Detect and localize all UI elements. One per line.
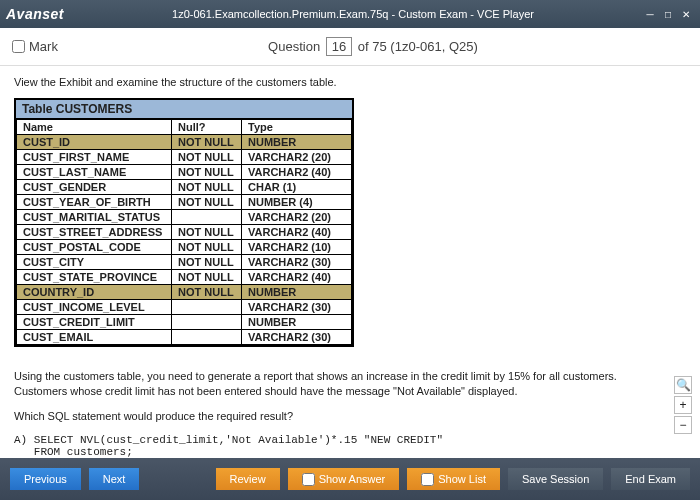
table-row: CUST_STREET_ADDRESSNOT NULLVARCHAR2 (40) [17, 225, 352, 240]
table-cell: VARCHAR2 (40) [242, 225, 352, 240]
table-cell: CUST_CREDIT_LIMIT [17, 315, 172, 330]
table-cell: NOT NULL [172, 285, 242, 300]
col-header-type: Type [242, 120, 352, 135]
review-button[interactable]: Review [216, 468, 280, 490]
table-row: CUST_POSTAL_CODENOT NULLVARCHAR2 (10) [17, 240, 352, 255]
table-row: CUST_YEAR_OF_BIRTHNOT NULLNUMBER (4) [17, 195, 352, 210]
table-row: CUST_CITYNOT NULLVARCHAR2 (30) [17, 255, 352, 270]
table-cell: VARCHAR2 (30) [242, 300, 352, 315]
mark-label: Mark [29, 39, 58, 54]
table-cell: CUST_LAST_NAME [17, 165, 172, 180]
table-row: CUST_STATE_PROVINCENOT NULLVARCHAR2 (40) [17, 270, 352, 285]
window-controls: ─ □ ✕ [642, 7, 694, 21]
table-row: CUST_GENDERNOT NULLCHAR (1) [17, 180, 352, 195]
question-number-box: 16 [326, 37, 352, 56]
table-cell: VARCHAR2 (20) [242, 210, 352, 225]
table-row: CUST_IDNOT NULLNUMBER [17, 135, 352, 150]
question-text-1: Using the customers table, you need to g… [14, 369, 660, 399]
exhibit-intro: View the Exhibit and examine the structu… [14, 76, 660, 88]
close-icon[interactable]: ✕ [678, 7, 694, 21]
table-cell: CUST_STATE_PROVINCE [17, 270, 172, 285]
table-cell: NUMBER [242, 315, 352, 330]
table-cell: COUNTRY_ID [17, 285, 172, 300]
question-header: Mark Question 16 of 75 (1z0-061, Q25) [0, 28, 700, 66]
window-title: 1z0-061.Examcollection.Premium.Exam.75q … [64, 8, 642, 20]
table-cell: NOT NULL [172, 240, 242, 255]
show-list-checkbox[interactable] [421, 473, 434, 486]
table-cell: CUST_CITY [17, 255, 172, 270]
table-cell: NOT NULL [172, 180, 242, 195]
col-header-null: Null? [172, 120, 242, 135]
next-button[interactable]: Next [89, 468, 140, 490]
zoom-out-icon[interactable]: − [674, 416, 692, 434]
table-row: CUST_FIRST_NAMENOT NULLVARCHAR2 (20) [17, 150, 352, 165]
answer-option-a[interactable]: A) SELECT NVL(cust_credit_limit,'Not Ava… [14, 434, 660, 458]
question-text-2: Which SQL statement would produce the re… [14, 409, 660, 424]
table-cell: CUST_GENDER [17, 180, 172, 195]
table-row: CUST_INCOME_LEVELVARCHAR2 (30) [17, 300, 352, 315]
content-area: View the Exhibit and examine the structu… [0, 66, 700, 458]
table-cell: VARCHAR2 (30) [242, 330, 352, 345]
col-header-name: Name [17, 120, 172, 135]
table-cell: CUST_MARITIAL_STATUS [17, 210, 172, 225]
table-cell [172, 210, 242, 225]
zoom-controls: 🔍 + − [674, 376, 692, 434]
minimize-icon[interactable]: ─ [642, 7, 658, 21]
footer-toolbar: Previous Next Review Show Answer Show Li… [0, 458, 700, 500]
show-list-button[interactable]: Show List [407, 468, 500, 490]
table-cell: NOT NULL [172, 135, 242, 150]
table-cell: CUST_STREET_ADDRESS [17, 225, 172, 240]
mark-checkbox[interactable] [12, 40, 25, 53]
table-row: CUST_MARITIAL_STATUSVARCHAR2 (20) [17, 210, 352, 225]
table-cell: NUMBER [242, 135, 352, 150]
table-cell: CHAR (1) [242, 180, 352, 195]
table-cell: NUMBER [242, 285, 352, 300]
table-cell: CUST_INCOME_LEVEL [17, 300, 172, 315]
table-cell: NOT NULL [172, 225, 242, 240]
table-cell: NOT NULL [172, 195, 242, 210]
table-row: CUST_CREDIT_LIMITNUMBER [17, 315, 352, 330]
table-row: COUNTRY_IDNOT NULLNUMBER [17, 285, 352, 300]
table-cell [172, 300, 242, 315]
table-header-row: Name Null? Type [17, 120, 352, 135]
question-indicator: Question 16 of 75 (1z0-061, Q25) [58, 37, 688, 56]
app-logo: Avanset [6, 6, 64, 22]
customers-table: Table CUSTOMERS Name Null? Type CUST_IDN… [14, 98, 354, 347]
table-cell: CUST_EMAIL [17, 330, 172, 345]
table-cell: NOT NULL [172, 150, 242, 165]
show-answer-checkbox[interactable] [302, 473, 315, 486]
table-cell: CUST_YEAR_OF_BIRTH [17, 195, 172, 210]
zoom-in-icon[interactable]: + [674, 396, 692, 414]
table-cell: CUST_FIRST_NAME [17, 150, 172, 165]
table-cell: VARCHAR2 (10) [242, 240, 352, 255]
table-cell [172, 315, 242, 330]
table-title: Table CUSTOMERS [16, 100, 352, 119]
table-cell: VARCHAR2 (20) [242, 150, 352, 165]
previous-button[interactable]: Previous [10, 468, 81, 490]
table-cell: NOT NULL [172, 255, 242, 270]
end-exam-button[interactable]: End Exam [611, 468, 690, 490]
table-cell: CUST_POSTAL_CODE [17, 240, 172, 255]
maximize-icon[interactable]: □ [660, 7, 676, 21]
table-row: CUST_LAST_NAMENOT NULLVARCHAR2 (40) [17, 165, 352, 180]
table-cell: NUMBER (4) [242, 195, 352, 210]
show-answer-button[interactable]: Show Answer [288, 468, 400, 490]
table-cell: VARCHAR2 (40) [242, 270, 352, 285]
table-cell: VARCHAR2 (30) [242, 255, 352, 270]
table-row: CUST_EMAILVARCHAR2 (30) [17, 330, 352, 345]
table-cell [172, 330, 242, 345]
table-cell: NOT NULL [172, 270, 242, 285]
search-icon[interactable]: 🔍 [674, 376, 692, 394]
table-cell: CUST_ID [17, 135, 172, 150]
table-cell: VARCHAR2 (40) [242, 165, 352, 180]
title-bar: Avanset 1z0-061.Examcollection.Premium.E… [0, 0, 700, 28]
table-cell: NOT NULL [172, 165, 242, 180]
save-session-button[interactable]: Save Session [508, 468, 603, 490]
